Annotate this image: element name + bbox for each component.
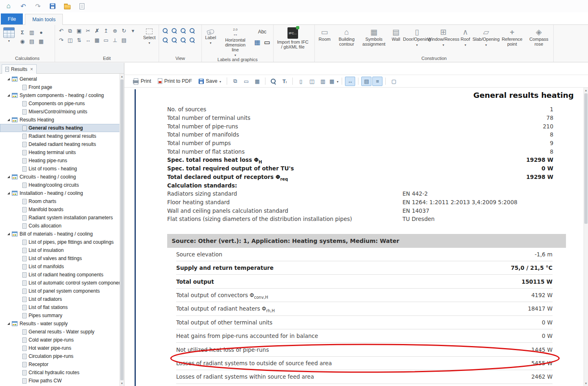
outline-view-button[interactable] (372, 77, 382, 86)
copy-report-button[interactable] (230, 77, 240, 86)
tree-item[interactable]: List of radiators (0, 295, 124, 303)
tree-scrollbar[interactable] (119, 74, 124, 386)
tree-item[interactable]: Radiant system installation parameters (0, 214, 124, 222)
find-button[interactable] (268, 77, 279, 86)
font-size-button[interactable] (279, 77, 290, 86)
two-page-view-button[interactable] (307, 77, 317, 86)
results-tab[interactable]: Results × (2, 64, 37, 74)
tree-item[interactable]: General (0, 75, 124, 83)
flip-vertical-icon[interactable] (75, 36, 84, 44)
zoom-in-icon[interactable] (161, 26, 170, 35)
tree-item[interactable]: List of insulation (0, 246, 124, 254)
expand-arrow-icon[interactable] (7, 322, 10, 325)
expand-arrow-icon[interactable] (7, 94, 10, 97)
expand-arrow-icon[interactable] (7, 78, 10, 80)
tree-item[interactable]: Receptor (0, 360, 124, 368)
tree-item[interactable]: Heating pipe-runs (0, 157, 124, 165)
tree-item[interactable]: Bill of materials - heating / cooling (0, 230, 124, 238)
paste-icon[interactable] (75, 26, 84, 35)
room-tool[interactable]: Room (316, 26, 333, 42)
import-ifc-button[interactable]: IFC... Import from IFC / gbXML file (275, 26, 310, 50)
tree-item[interactable]: General results - Water supply (0, 328, 124, 336)
new-document-icon[interactable] (77, 2, 86, 11)
calculation-sum-icon[interactable] (18, 28, 27, 36)
tree-item[interactable]: List of panel system components (0, 287, 124, 295)
grid-view-button[interactable] (329, 77, 339, 86)
symbols-assignment-tool[interactable]: Symbols assignment (360, 26, 387, 47)
zoom-window-icon[interactable] (170, 36, 179, 44)
horizontal-dimension-line-tool[interactable]: 2.0 Horizontal dimension line (219, 26, 251, 57)
cut-icon[interactable] (84, 26, 93, 35)
toolbar-button[interactable] (385, 77, 386, 85)
compass-rose-tool[interactable]: Compass rose (526, 26, 552, 47)
tree-item[interactable]: Mixers/Control/mixing units (0, 108, 124, 116)
tree-item[interactable]: Coils allocation (0, 222, 124, 230)
app-home-icon[interactable] (4, 2, 13, 11)
more-edit-options-arrow[interactable] (128, 26, 137, 35)
water-drop-icon[interactable] (37, 28, 46, 36)
page-layout-button[interactable] (361, 77, 371, 86)
tree-item[interactable]: Cold water pipe-runs (0, 336, 124, 344)
label-tool[interactable]: Label (203, 26, 218, 44)
move-icon[interactable] (84, 36, 93, 44)
tree-item[interactable]: Manifold boards (0, 205, 124, 214)
tree-item[interactable]: List of pipes, pipe fittings and couplin… (0, 238, 124, 246)
tree-item[interactable]: List of manifolds (0, 262, 124, 271)
save-icon[interactable] (48, 2, 57, 11)
reference-point-tool[interactable]: Reference point (499, 26, 526, 47)
zoom-text-icon[interactable] (179, 26, 188, 35)
tree-item[interactable]: List of valves and fittings (0, 254, 124, 262)
print-button[interactable]: Print (130, 77, 154, 86)
open-file-icon[interactable] (63, 2, 72, 11)
tree-item[interactable]: System components - heating / cooling (0, 91, 124, 99)
toolbar-button[interactable] (265, 77, 265, 85)
scrollbar-thumb[interactable] (120, 79, 124, 380)
sheet-options-icon[interactable] (188, 36, 197, 44)
tree-item[interactable]: Circuits - heating / cooling (0, 173, 124, 181)
duplicate-icon[interactable] (102, 36, 111, 44)
delete-icon[interactable] (93, 26, 102, 35)
toolbar-button[interactable] (342, 77, 342, 85)
tab-main-tools[interactable]: Main tools (25, 14, 63, 25)
tree-item[interactable]: Heating terminal units (0, 148, 124, 157)
tree-item[interactable]: List of flat stations (0, 303, 124, 311)
tree-item[interactable]: Heating/cooling circuits (0, 181, 124, 189)
row-view-button[interactable] (318, 77, 328, 86)
calculations-button[interactable] (2, 26, 16, 42)
export-pages-button[interactable] (241, 77, 251, 86)
format-painter-icon[interactable] (102, 26, 111, 35)
tree-item[interactable]: Results Heating (0, 116, 124, 124)
tree-item[interactable]: Critical hydraulic routes (0, 368, 124, 377)
tree-item[interactable]: General results heating (0, 124, 124, 132)
single-page-view-button[interactable] (296, 77, 306, 86)
zoom-out-icon[interactable] (170, 26, 179, 35)
door-opening-tool[interactable]: Door/Opening (405, 26, 429, 46)
expand-arrow-icon[interactable] (7, 192, 10, 194)
tree-item[interactable]: List of radiant heating components (0, 271, 124, 279)
print-results-icon[interactable] (27, 37, 36, 45)
print-to-pdf-button[interactable]: Print to PDF (155, 77, 195, 86)
tab-file[interactable]: File (1, 13, 23, 24)
report-scrollbar[interactable] (584, 88, 588, 386)
align-icon[interactable] (111, 36, 119, 44)
fit-width-button[interactable] (345, 77, 355, 86)
tree-item[interactable]: Circulation pipe-runs (0, 352, 124, 360)
tree-item[interactable]: Pipes summary (0, 311, 124, 320)
expand-arrow-icon[interactable] (7, 233, 10, 235)
mirror-icon[interactable] (66, 36, 75, 44)
undo-icon[interactable] (57, 26, 66, 35)
properties-button[interactable] (389, 77, 399, 86)
tree-item[interactable]: Hot water pipe-runs (0, 344, 124, 352)
expand-arrow-icon[interactable] (7, 119, 10, 121)
tree-item[interactable]: List of automatic control system compone… (0, 279, 124, 287)
building-contour-tool[interactable]: Building contour (333, 26, 360, 47)
tree-item[interactable]: Detailed radiant heating results (0, 140, 124, 148)
roof-tool[interactable]: Roof (457, 26, 473, 46)
table-view-button[interactable] (252, 77, 262, 86)
legend-table-button[interactable] (253, 38, 262, 46)
grid-snap-icon[interactable] (93, 36, 102, 44)
tree-item[interactable]: Front page (0, 83, 124, 91)
expand-arrow-icon[interactable] (7, 176, 10, 178)
tree-item[interactable]: Components on pipe-runs (0, 99, 124, 108)
copy-icon[interactable] (66, 26, 75, 35)
